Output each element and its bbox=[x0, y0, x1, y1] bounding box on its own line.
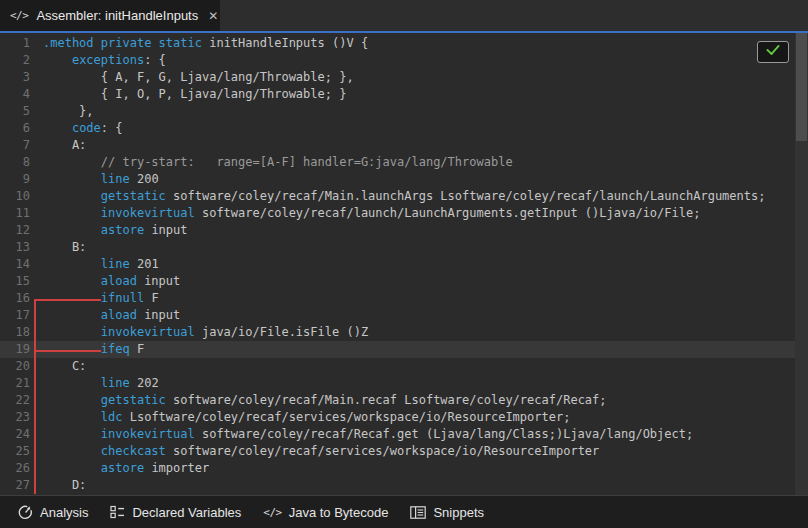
scrollbar-thumb[interactable] bbox=[796, 33, 807, 141]
code-line-text: checkcast software/coley/recaf/services/… bbox=[30, 443, 599, 460]
snippets-button[interactable]: Snippets bbox=[410, 505, 484, 520]
line-number: 5 bbox=[0, 103, 30, 120]
line-number: 11 bbox=[0, 205, 30, 222]
code-line-text: line 200 bbox=[30, 171, 159, 188]
code-line[interactable]: 20 C: bbox=[0, 358, 795, 375]
code-line-text: { A, F, G, Ljava/lang/Throwable; }, bbox=[30, 69, 354, 86]
line-number: 12 bbox=[0, 222, 30, 239]
code-line[interactable]: 5 }, bbox=[0, 103, 795, 120]
code-line[interactable]: 4 { I, O, P, Ljava/lang/Throwable; } bbox=[0, 86, 795, 103]
code-line-text: getstatic software/coley/recaf/Main.reca… bbox=[30, 392, 607, 409]
tab-assembler[interactable]: </> Assembler: initHandleInputs ✕ bbox=[0, 0, 220, 31]
code-line[interactable]: 12 astore input bbox=[0, 222, 795, 239]
analysis-button[interactable]: Analysis bbox=[18, 505, 88, 520]
code-line[interactable]: 7 A: bbox=[0, 137, 795, 154]
code-line[interactable]: 10 getstatic software/coley/recaf/Main.l… bbox=[0, 188, 795, 205]
code-line-text: { I, O, P, Ljava/lang/Throwable; } bbox=[30, 86, 346, 103]
code-line-text: ldc Lsoftware/coley/recaf/services/works… bbox=[30, 409, 570, 426]
line-number: 6 bbox=[0, 120, 30, 137]
code-line-text: code: { bbox=[30, 120, 123, 137]
line-number: 23 bbox=[0, 409, 30, 426]
code-line-text: astore importer bbox=[30, 460, 209, 477]
line-number: 15 bbox=[0, 273, 30, 290]
line-number: 19 bbox=[0, 341, 30, 358]
assembler-window: </> Assembler: initHandleInputs ✕ 1.meth… bbox=[0, 0, 808, 528]
line-number: 10 bbox=[0, 188, 30, 205]
code-line[interactable]: 21 line 202 bbox=[0, 375, 795, 392]
check-icon bbox=[765, 44, 781, 61]
code-line[interactable]: 26 astore importer bbox=[0, 460, 795, 477]
code-line[interactable]: 11 invokevirtual software/coley/recaf/la… bbox=[0, 205, 795, 222]
line-number: 9 bbox=[0, 171, 30, 188]
line-number: 18 bbox=[0, 324, 30, 341]
java-to-bytecode-label: Java to Bytecode bbox=[289, 505, 389, 520]
code-line[interactable]: 3 { A, F, G, Ljava/lang/Throwable; }, bbox=[0, 69, 795, 86]
code-slash-icon: </> bbox=[10, 9, 28, 22]
code-line-text: astore input bbox=[30, 222, 188, 239]
code-slash-icon: </> bbox=[263, 506, 281, 519]
bytecode-editor[interactable]: 1.method private static initHandleInputs… bbox=[0, 33, 808, 495]
line-number: 16 bbox=[0, 290, 30, 307]
assembler-bottom-toolbar: Analysis Declared Variables </> Java to … bbox=[0, 495, 808, 528]
line-number: 20 bbox=[0, 358, 30, 375]
variables-list-icon bbox=[110, 505, 125, 519]
code-line[interactable]: 17 aload input bbox=[0, 307, 795, 324]
jump-flow-connector-ifeq bbox=[34, 350, 101, 352]
code-line[interactable]: 13 B: bbox=[0, 239, 795, 256]
validation-status-button[interactable] bbox=[757, 41, 789, 63]
line-number: 7 bbox=[0, 137, 30, 154]
code-line-text: exceptions: { bbox=[30, 52, 166, 69]
code-line[interactable]: 2 exceptions: { bbox=[0, 52, 795, 69]
line-number: 27 bbox=[0, 477, 30, 494]
code-line-text: A: bbox=[30, 137, 86, 154]
code-line[interactable]: 9 line 200 bbox=[0, 171, 795, 188]
tab-title: Assembler: initHandleInputs bbox=[36, 8, 198, 23]
code-line-text: D: bbox=[30, 477, 86, 494]
code-line[interactable]: 27 D: bbox=[0, 477, 795, 494]
code-line[interactable]: 22 getstatic software/coley/recaf/Main.r… bbox=[0, 392, 795, 409]
code-line-text: aload input bbox=[30, 307, 180, 324]
code-line[interactable]: 18 invokevirtual java/io/File.isFile ()Z bbox=[0, 324, 795, 341]
code-line-text: B: bbox=[30, 239, 86, 256]
jump-flow-connector-ifnull bbox=[34, 299, 101, 301]
jump-flow-vertical-line bbox=[34, 299, 36, 494]
analysis-gauge-icon bbox=[18, 505, 33, 520]
code-line[interactable]: 23 ldc Lsoftware/coley/recaf/services/wo… bbox=[0, 409, 795, 426]
code-line-text: line 202 bbox=[30, 375, 159, 392]
line-number: 13 bbox=[0, 239, 30, 256]
code-line[interactable]: 15 aload input bbox=[0, 273, 795, 290]
code-line-text: .method private static initHandleInputs … bbox=[30, 35, 368, 52]
java-to-bytecode-button[interactable]: </> Java to Bytecode bbox=[263, 505, 388, 520]
line-number: 8 bbox=[0, 154, 30, 171]
code-line-text: invokevirtual java/io/File.isFile ()Z bbox=[30, 324, 368, 341]
code-line[interactable]: 14 line 201 bbox=[0, 256, 795, 273]
code-line[interactable]: 6 code: { bbox=[0, 120, 795, 137]
declared-variables-label: Declared Variables bbox=[132, 505, 241, 520]
code-line[interactable]: 25 checkcast software/coley/recaf/servic… bbox=[0, 443, 795, 460]
code-line-text: getstatic software/coley/recaf/Main.laun… bbox=[30, 188, 765, 205]
code-line-text: }, bbox=[30, 103, 94, 120]
line-number: 26 bbox=[0, 460, 30, 477]
line-number: 14 bbox=[0, 256, 30, 273]
line-number: 21 bbox=[0, 375, 30, 392]
code-line[interactable]: 24 invokevirtual software/coley/recaf/Re… bbox=[0, 426, 795, 443]
line-number: 17 bbox=[0, 307, 30, 324]
snippets-label: Snippets bbox=[433, 505, 484, 520]
code-line[interactable]: 19 ifeq F bbox=[0, 341, 795, 358]
code-line-text: // try-start: range=[A-F] handler=G:java… bbox=[30, 154, 513, 171]
line-number: 25 bbox=[0, 443, 30, 460]
declared-variables-button[interactable]: Declared Variables bbox=[110, 505, 241, 520]
analysis-label: Analysis bbox=[40, 505, 88, 520]
line-number: 24 bbox=[0, 426, 30, 443]
line-number: 1 bbox=[0, 35, 30, 52]
code-line[interactable]: 16 ifnull F bbox=[0, 290, 795, 307]
line-number: 3 bbox=[0, 69, 30, 86]
line-number: 4 bbox=[0, 86, 30, 103]
code-line[interactable]: 8 // try-start: range=[A-F] handler=G:ja… bbox=[0, 154, 795, 171]
vertical-scrollbar[interactable] bbox=[795, 33, 808, 495]
close-icon[interactable]: ✕ bbox=[208, 10, 218, 22]
code-line-text: line 201 bbox=[30, 256, 159, 273]
code-area: 1.method private static initHandleInputs… bbox=[0, 35, 795, 494]
code-line-text: invokevirtual software/coley/recaf/Recaf… bbox=[30, 426, 693, 443]
code-line[interactable]: 1.method private static initHandleInputs… bbox=[0, 35, 795, 52]
